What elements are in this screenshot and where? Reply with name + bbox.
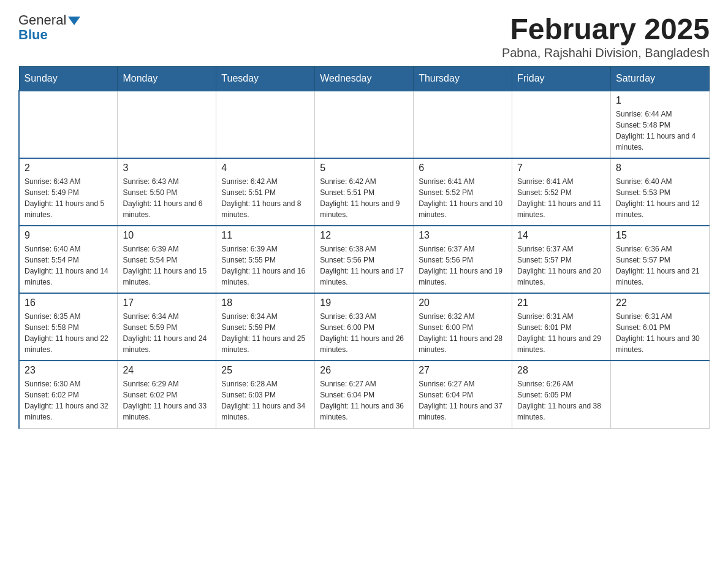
calendar-week-row: 16Sunrise: 6:35 AMSunset: 5:58 PMDayligh… [19,293,710,361]
day-info: Sunrise: 6:41 AMSunset: 5:52 PMDaylight:… [419,176,507,220]
day-info: Sunrise: 6:31 AMSunset: 6:01 PMDaylight:… [517,311,605,355]
day-number: 21 [517,297,605,308]
calendar-day-cell [512,91,611,158]
day-info: Sunrise: 6:39 AMSunset: 5:54 PMDaylight:… [123,243,211,288]
calendar-day-cell: 13Sunrise: 6:37 AMSunset: 5:56 PMDayligh… [414,226,512,293]
day-number: 28 [517,365,605,376]
weekday-header-monday: Monday [118,67,216,91]
day-number: 27 [419,365,507,376]
day-info: Sunrise: 6:37 AMSunset: 5:57 PMDaylight:… [517,243,605,288]
calendar-day-cell: 27Sunrise: 6:27 AMSunset: 6:04 PMDayligh… [414,361,512,428]
day-number: 22 [616,297,704,308]
day-info: Sunrise: 6:29 AMSunset: 6:02 PMDaylight:… [123,378,211,423]
weekday-header-wednesday: Wednesday [315,67,414,91]
logo-text-blue: Blue [18,27,48,43]
calendar-day-cell: 6Sunrise: 6:41 AMSunset: 5:52 PMDaylight… [414,158,512,226]
calendar-day-cell: 22Sunrise: 6:31 AMSunset: 6:01 PMDayligh… [611,293,710,361]
day-info: Sunrise: 6:36 AMSunset: 5:57 PMDaylight:… [616,243,704,288]
calendar-day-cell: 2Sunrise: 6:43 AMSunset: 5:49 PMDaylight… [19,158,118,226]
calendar-day-cell: 8Sunrise: 6:40 AMSunset: 5:53 PMDaylight… [611,158,710,226]
day-info: Sunrise: 6:28 AMSunset: 6:03 PMDaylight:… [221,378,309,423]
day-info: Sunrise: 6:34 AMSunset: 5:59 PMDaylight:… [123,311,211,355]
day-info: Sunrise: 6:39 AMSunset: 5:55 PMDaylight:… [221,243,309,288]
calendar-day-cell: 7Sunrise: 6:41 AMSunset: 5:52 PMDaylight… [512,158,611,226]
weekday-header-saturday: Saturday [611,67,710,91]
calendar-day-cell: 4Sunrise: 6:42 AMSunset: 5:51 PMDaylight… [216,158,315,226]
calendar-day-cell [414,91,512,158]
calendar-day-cell: 9Sunrise: 6:40 AMSunset: 5:54 PMDaylight… [19,226,118,293]
day-number: 12 [320,230,408,241]
day-number: 25 [221,365,309,376]
day-info: Sunrise: 6:40 AMSunset: 5:53 PMDaylight:… [616,176,704,220]
calendar-day-cell: 14Sunrise: 6:37 AMSunset: 5:57 PMDayligh… [512,226,611,293]
calendar-day-cell: 16Sunrise: 6:35 AMSunset: 5:58 PMDayligh… [19,293,118,361]
calendar-day-cell: 26Sunrise: 6:27 AMSunset: 6:04 PMDayligh… [315,361,414,428]
day-number: 8 [616,163,704,174]
day-number: 6 [419,163,507,174]
day-info: Sunrise: 6:43 AMSunset: 5:50 PMDaylight:… [123,176,211,220]
day-number: 10 [123,230,211,241]
calendar-title: February 2025 [502,12,710,46]
calendar-day-cell: 12Sunrise: 6:38 AMSunset: 5:56 PMDayligh… [315,226,414,293]
day-number: 19 [320,297,408,308]
day-number: 1 [616,95,704,106]
day-info: Sunrise: 6:40 AMSunset: 5:54 PMDaylight:… [25,243,112,288]
calendar-day-cell: 11Sunrise: 6:39 AMSunset: 5:55 PMDayligh… [216,226,315,293]
day-info: Sunrise: 6:27 AMSunset: 6:04 PMDaylight:… [419,378,507,423]
day-number: 9 [25,230,112,241]
day-number: 3 [123,163,211,174]
weekday-header-thursday: Thursday [414,67,512,91]
day-number: 4 [221,163,309,174]
calendar-day-cell: 24Sunrise: 6:29 AMSunset: 6:02 PMDayligh… [118,361,216,428]
day-number: 7 [517,163,605,174]
day-number: 16 [25,297,112,308]
title-area: February 2025 Pabna, Rajshahi Division, … [502,12,710,60]
day-info: Sunrise: 6:26 AMSunset: 6:05 PMDaylight:… [517,378,605,423]
calendar-day-cell: 19Sunrise: 6:33 AMSunset: 6:00 PMDayligh… [315,293,414,361]
calendar-day-cell: 17Sunrise: 6:34 AMSunset: 5:59 PMDayligh… [118,293,216,361]
day-info: Sunrise: 6:27 AMSunset: 6:04 PMDaylight:… [320,378,408,423]
calendar-day-cell: 23Sunrise: 6:30 AMSunset: 6:02 PMDayligh… [19,361,118,428]
calendar-day-cell [216,91,315,158]
calendar-day-cell: 18Sunrise: 6:34 AMSunset: 5:59 PMDayligh… [216,293,315,361]
day-number: 14 [517,230,605,241]
calendar-day-cell [19,91,118,158]
day-info: Sunrise: 6:35 AMSunset: 5:58 PMDaylight:… [25,311,112,355]
calendar-day-cell [315,91,414,158]
calendar-header-row: SundayMondayTuesdayWednesdayThursdayFrid… [19,67,710,91]
weekday-header-sunday: Sunday [19,67,118,91]
weekday-header-friday: Friday [512,67,611,91]
calendar-day-cell [118,91,216,158]
calendar-table: SundayMondayTuesdayWednesdayThursdayFrid… [18,66,710,429]
day-info: Sunrise: 6:34 AMSunset: 5:59 PMDaylight:… [221,311,309,355]
day-info: Sunrise: 6:32 AMSunset: 6:00 PMDaylight:… [419,311,507,355]
day-info: Sunrise: 6:42 AMSunset: 5:51 PMDaylight:… [320,176,408,220]
calendar-day-cell: 15Sunrise: 6:36 AMSunset: 5:57 PMDayligh… [611,226,710,293]
day-number: 15 [616,230,704,241]
calendar-day-cell: 21Sunrise: 6:31 AMSunset: 6:01 PMDayligh… [512,293,611,361]
calendar-day-cell: 20Sunrise: 6:32 AMSunset: 6:00 PMDayligh… [414,293,512,361]
logo: General Blue [18,12,80,43]
calendar-week-row: 1Sunrise: 6:44 AMSunset: 5:48 PMDaylight… [19,91,710,158]
weekday-header-tuesday: Tuesday [216,67,315,91]
day-info: Sunrise: 6:44 AMSunset: 5:48 PMDaylight:… [616,109,704,153]
calendar-day-cell: 5Sunrise: 6:42 AMSunset: 5:51 PMDaylight… [315,158,414,226]
day-info: Sunrise: 6:33 AMSunset: 6:00 PMDaylight:… [320,311,408,355]
calendar-week-row: 23Sunrise: 6:30 AMSunset: 6:02 PMDayligh… [19,361,710,428]
calendar-day-cell: 10Sunrise: 6:39 AMSunset: 5:54 PMDayligh… [118,226,216,293]
calendar-day-cell: 28Sunrise: 6:26 AMSunset: 6:05 PMDayligh… [512,361,611,428]
day-number: 23 [25,365,112,376]
day-info: Sunrise: 6:38 AMSunset: 5:56 PMDaylight:… [320,243,408,288]
day-info: Sunrise: 6:37 AMSunset: 5:56 PMDaylight:… [419,243,507,288]
day-number: 24 [123,365,211,376]
day-number: 13 [419,230,507,241]
day-number: 5 [320,163,408,174]
calendar-day-cell: 25Sunrise: 6:28 AMSunset: 6:03 PMDayligh… [216,361,315,428]
calendar-subtitle: Pabna, Rajshahi Division, Bangladesh [502,46,710,60]
day-number: 18 [221,297,309,308]
day-number: 11 [221,230,309,241]
calendar-week-row: 9Sunrise: 6:40 AMSunset: 5:54 PMDaylight… [19,226,710,293]
calendar-day-cell: 3Sunrise: 6:43 AMSunset: 5:50 PMDaylight… [118,158,216,226]
day-info: Sunrise: 6:43 AMSunset: 5:49 PMDaylight:… [25,176,112,220]
calendar-day-cell [611,361,710,428]
